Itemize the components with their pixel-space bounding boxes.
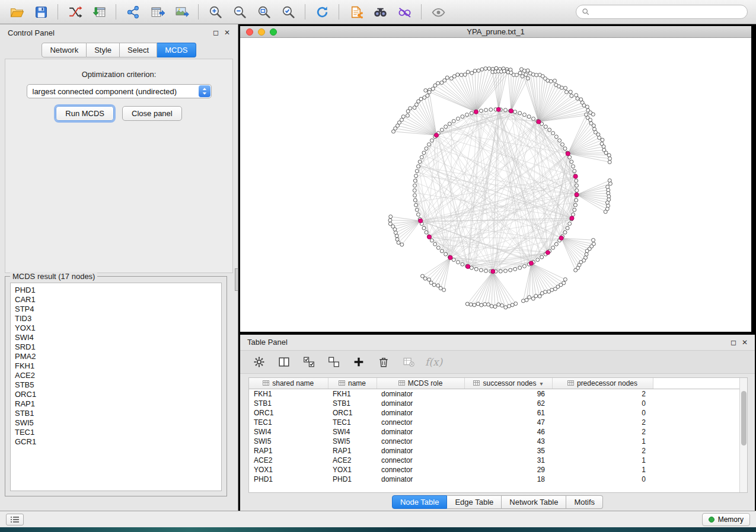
network-node[interactable]	[425, 147, 428, 150]
network-leaf-node[interactable]	[585, 252, 588, 256]
network-leaf-node[interactable]	[480, 68, 484, 71]
mcds-hub-node[interactable]	[559, 236, 563, 240]
mcds-hub-node[interactable]	[570, 216, 574, 220]
network-leaf-node[interactable]	[388, 219, 392, 222]
mcds-result-item[interactable]: STP4	[15, 305, 217, 314]
network-node[interactable]	[430, 139, 433, 142]
find-button[interactable]	[369, 2, 391, 21]
export-table-button[interactable]	[146, 2, 168, 21]
tab-select[interactable]: Select	[120, 43, 157, 57]
network-node[interactable]	[489, 108, 493, 111]
save-session-button[interactable]	[30, 2, 52, 21]
mcds-result-list[interactable]: PHD1CAR1STP4TID3YOX1SWI4SRD1PMA2FKH1ACE2…	[10, 283, 222, 491]
network-node[interactable]	[444, 252, 448, 256]
mcds-result-item[interactable]: PMA2	[15, 352, 217, 361]
network-leaf-node[interactable]	[426, 94, 429, 97]
network-node[interactable]	[461, 262, 464, 266]
network-leaf-node[interactable]	[477, 69, 480, 72]
network-node[interactable]	[448, 122, 451, 126]
function-builder-icon[interactable]: f(x)	[425, 356, 442, 368]
network-leaf-node[interactable]	[575, 94, 578, 97]
network-leaf-node[interactable]	[497, 303, 500, 306]
network-node[interactable]	[540, 255, 544, 259]
network-leaf-node[interactable]	[525, 298, 528, 302]
mcds-hub-node[interactable]	[575, 193, 579, 197]
network-node[interactable]	[561, 143, 564, 146]
mcds-hub-node[interactable]	[419, 219, 423, 223]
network-leaf-node[interactable]	[389, 215, 393, 219]
network-leaf-node[interactable]	[553, 79, 557, 82]
delete-table-button[interactable]	[400, 354, 416, 370]
network-leaf-node[interactable]	[466, 70, 470, 73]
network-leaf-node[interactable]	[585, 105, 589, 108]
tab-network-table[interactable]: Network Table	[502, 495, 566, 509]
network-node[interactable]	[474, 267, 478, 271]
network-node[interactable]	[415, 169, 419, 173]
run-mcds-button[interactable]: Run MCDS	[56, 106, 114, 121]
network-node[interactable]	[573, 169, 576, 173]
mcds-hub-node[interactable]	[509, 109, 513, 113]
network-node[interactable]	[551, 132, 555, 135]
mcds-result-item[interactable]: YOX1	[15, 323, 217, 333]
network-leaf-node[interactable]	[470, 71, 474, 75]
table-panel-close-icon[interactable]: ✕	[742, 339, 748, 346]
network-node[interactable]	[436, 246, 440, 249]
zoom-in-button[interactable]	[205, 2, 226, 21]
mcds-hub-node[interactable]	[466, 264, 470, 268]
network-leaf-node[interactable]	[436, 81, 440, 85]
network-node[interactable]	[554, 242, 558, 246]
network-leaf-node[interactable]	[576, 97, 579, 100]
network-leaf-node[interactable]	[601, 138, 604, 142]
network-leaf-node[interactable]	[484, 67, 487, 70]
network-leaf-node[interactable]	[469, 303, 473, 306]
network-node[interactable]	[456, 261, 460, 264]
tab-edge-table[interactable]: Edge Table	[447, 495, 502, 509]
memory-button[interactable]: Memory	[702, 513, 750, 526]
network-node[interactable]	[570, 160, 573, 164]
show-columns-button[interactable]	[276, 354, 292, 370]
show-all-button[interactable]	[428, 2, 449, 21]
mcds-result-item[interactable]: TID3	[15, 314, 217, 323]
network-leaf-node[interactable]	[604, 151, 608, 155]
column-header-MCDS-role[interactable]: MCDS role	[377, 378, 464, 389]
network-leaf-node[interactable]	[592, 238, 595, 242]
mcds-hub-node[interactable]	[537, 120, 541, 124]
network-leaf-node[interactable]	[608, 161, 611, 164]
network-leaf-node[interactable]	[487, 303, 490, 306]
network-node[interactable]	[532, 117, 535, 120]
mcds-result-item[interactable]: TEC1	[15, 428, 217, 437]
window-close-icon[interactable]	[246, 28, 253, 36]
mcds-hub-node[interactable]	[566, 152, 570, 156]
network-leaf-node[interactable]	[424, 89, 428, 92]
table-row[interactable]: STB1STB1dominator620	[249, 399, 739, 408]
tab-node-table[interactable]: Node Table	[392, 495, 448, 509]
network-node[interactable]	[444, 125, 448, 129]
network-node[interactable]	[416, 165, 420, 168]
network-node[interactable]	[527, 115, 531, 118]
network-leaf-node[interactable]	[414, 103, 418, 107]
scrollbar-thumb[interactable]	[741, 391, 747, 446]
network-leaf-node[interactable]	[514, 302, 518, 306]
table-row[interactable]: TEC1TEC1connector472	[249, 418, 739, 427]
mcds-result-item[interactable]: SRD1	[15, 342, 217, 352]
control-panel-float-icon[interactable]: ◻	[213, 29, 219, 36]
mcds-hub-node[interactable]	[496, 107, 500, 111]
mcds-result-item[interactable]: STB1	[15, 409, 217, 418]
network-node[interactable]	[479, 268, 483, 272]
network-leaf-node[interactable]	[508, 305, 511, 308]
network-node[interactable]	[558, 139, 562, 142]
add-column-button[interactable]	[350, 354, 366, 370]
zoom-fit-button[interactable]	[253, 2, 275, 21]
network-node[interactable]	[416, 213, 420, 216]
network-node[interactable]	[566, 226, 569, 230]
network-node[interactable]	[563, 147, 567, 150]
window-zoom-icon[interactable]	[270, 28, 277, 36]
network-leaf-node[interactable]	[524, 73, 528, 76]
table-scrollbar[interactable]	[739, 378, 747, 493]
network-leaf-node[interactable]	[473, 303, 476, 307]
network-leaf-node[interactable]	[401, 115, 405, 118]
import-network-button[interactable]	[64, 2, 85, 21]
network-snapshot-button[interactable]	[345, 2, 366, 21]
network-node[interactable]	[573, 203, 577, 207]
network-node[interactable]	[499, 270, 502, 273]
